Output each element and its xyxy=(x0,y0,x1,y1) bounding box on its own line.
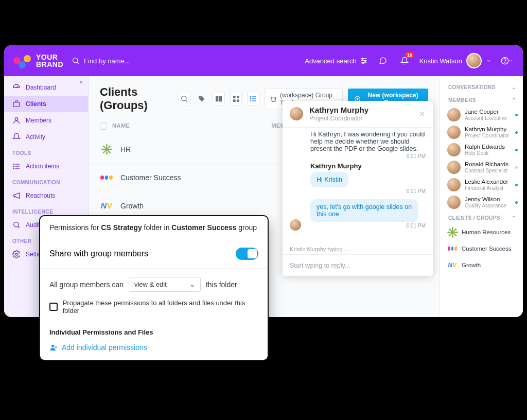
rail-heading-clients[interactable]: CLIENTS / GROUPS⌃ xyxy=(446,211,523,224)
user-menu[interactable]: Kristin Watson xyxy=(419,53,492,68)
member-row[interactable]: Kathryn MurphyProject Coordinator xyxy=(446,124,523,141)
user-plus-icon xyxy=(49,343,58,352)
hr-group-icon: ✳️ xyxy=(447,227,458,237)
logo-mark xyxy=(13,52,31,69)
client-row[interactable]: NVGrowth xyxy=(446,257,523,273)
chat-contact-role: Project Coordinator xyxy=(309,115,368,122)
view-list-button[interactable] xyxy=(247,92,259,106)
cards-icon xyxy=(215,95,223,103)
bell-icon xyxy=(12,133,21,141)
search-button[interactable] xyxy=(179,92,191,106)
avatar xyxy=(447,108,461,121)
view-cards-button[interactable] xyxy=(213,92,225,106)
sidebar-item-dashboard[interactable]: Dashboard xyxy=(4,79,88,96)
grid-icon xyxy=(232,95,240,103)
permissions-modal: Permissions for CS Strategy folder in Cu… xyxy=(39,215,269,361)
svg-line-20 xyxy=(18,226,20,228)
sidebar-item-clients[interactable]: Clients xyxy=(4,96,88,112)
search-icon xyxy=(180,95,188,103)
brand-name: YOURBRAND xyxy=(36,54,63,68)
svg-rect-30 xyxy=(237,99,239,102)
chevron-up-icon: ⌃ xyxy=(512,215,516,221)
svg-point-35 xyxy=(250,98,251,99)
svg-point-19 xyxy=(14,222,19,227)
sidebar-item-reachouts[interactable]: Reachouts xyxy=(4,187,88,204)
rail-heading-members[interactable]: MEMBERS⌃ xyxy=(446,93,523,106)
gauge-icon xyxy=(12,83,21,92)
sidebar-item-members[interactable]: Members xyxy=(4,112,88,129)
add-individual-permissions[interactable]: Add individual permissions xyxy=(49,343,258,352)
collapse-sidebar[interactable]: « xyxy=(79,78,83,85)
help-button[interactable] xyxy=(500,54,514,67)
global-search[interactable]: Find by name... xyxy=(72,57,130,65)
sidebar-heading-communication: COMMUNICATION xyxy=(4,174,88,187)
chat-icon xyxy=(379,57,387,65)
svg-rect-11 xyxy=(13,102,20,107)
propagate-checkbox[interactable] xyxy=(49,303,58,311)
cs-group-icon xyxy=(100,171,113,184)
share-toggle[interactable] xyxy=(236,248,258,260)
col-name[interactable]: NAME xyxy=(112,122,258,130)
svg-point-18 xyxy=(13,168,14,168)
tag-button[interactable] xyxy=(196,92,207,106)
rail-heading-conversations[interactable]: CONVERSATIONS⌄ xyxy=(446,80,523,93)
messages-button[interactable] xyxy=(376,54,390,67)
presence-dot xyxy=(515,114,518,116)
hr-group-icon: ✳️ xyxy=(100,143,113,156)
svg-rect-26 xyxy=(219,96,222,102)
briefcase-icon xyxy=(12,100,21,108)
presence-dot xyxy=(515,184,518,186)
chat-input[interactable]: Start typing to reply... xyxy=(283,254,433,276)
cs-group-icon xyxy=(447,243,458,254)
notifications-button[interactable]: 16 xyxy=(398,54,411,67)
svg-point-34 xyxy=(250,96,251,97)
user-avatar xyxy=(466,53,482,68)
member-row[interactable]: Ralph EdwardsHelp Desk xyxy=(446,141,523,159)
growth-group-icon: NV xyxy=(447,260,459,270)
sidebar-item-activity[interactable]: Activity xyxy=(4,129,88,145)
brand-logo[interactable]: YOURBRAND xyxy=(13,52,63,69)
permissions-title: Permissions for CS Strategy folder in Cu… xyxy=(40,216,268,239)
right-rail: CONVERSATIONS⌄ MEMBERS⌃ Jane CooperAccou… xyxy=(440,76,523,317)
client-row[interactable]: Customer Success xyxy=(446,240,523,257)
notif-count: 16 xyxy=(405,52,414,58)
client-row[interactable]: ✳️Human Resources xyxy=(446,224,523,240)
permission-select[interactable]: view & edit ⌄ xyxy=(129,277,201,292)
svg-rect-29 xyxy=(233,99,236,102)
message-time: 6:01 PM xyxy=(310,153,426,159)
svg-point-5 xyxy=(362,58,363,60)
view-grid-button[interactable] xyxy=(230,92,242,106)
svg-rect-25 xyxy=(216,96,218,102)
svg-rect-28 xyxy=(237,96,239,98)
member-row[interactable]: Jenny WilsonQuality Assurance xyxy=(446,194,523,211)
chat-popup: Kathryn Murphy Project Coordinator × Hi … xyxy=(283,101,433,276)
select-all-checkbox[interactable] xyxy=(100,122,112,130)
member-row[interactable]: Leslie AlexanderFinancial Analyst xyxy=(446,176,523,194)
presence-dot xyxy=(515,149,518,151)
typing-indicator: Kristin Murphy typing ... xyxy=(283,244,433,254)
tag-icon xyxy=(198,95,206,103)
member-row[interactable]: Jane CooperAccount Executive xyxy=(446,106,523,124)
chat-contact-name: Kathryn Murphy xyxy=(309,106,368,115)
message-time: 6:01 PM xyxy=(310,188,426,194)
sidebar-item-action-items[interactable]: Action items xyxy=(4,158,88,174)
chat-bubble: Hi Kristin xyxy=(310,172,348,187)
member-row[interactable]: Ronald RichardsContract Specialist xyxy=(446,159,523,176)
presence-dot xyxy=(515,131,518,134)
chat-message-incoming: Hi Kathryn, I was wondering if you could… xyxy=(310,131,426,152)
advanced-search-link[interactable]: Advanced search xyxy=(305,57,367,65)
avatar xyxy=(447,126,461,139)
svg-point-22 xyxy=(182,96,186,101)
share-label: Share with group members xyxy=(49,249,148,258)
avatar xyxy=(447,196,461,209)
user-icon xyxy=(12,116,21,125)
search-icon xyxy=(72,57,80,65)
avatar xyxy=(447,161,461,174)
list-icon xyxy=(249,95,257,103)
individual-heading: Individual Permissions and Files xyxy=(49,328,258,336)
growth-group-icon: NV xyxy=(99,199,114,213)
chat-close-button[interactable]: × xyxy=(417,109,427,119)
svg-point-0 xyxy=(73,58,78,63)
avatar xyxy=(447,178,461,191)
svg-line-23 xyxy=(186,100,187,102)
